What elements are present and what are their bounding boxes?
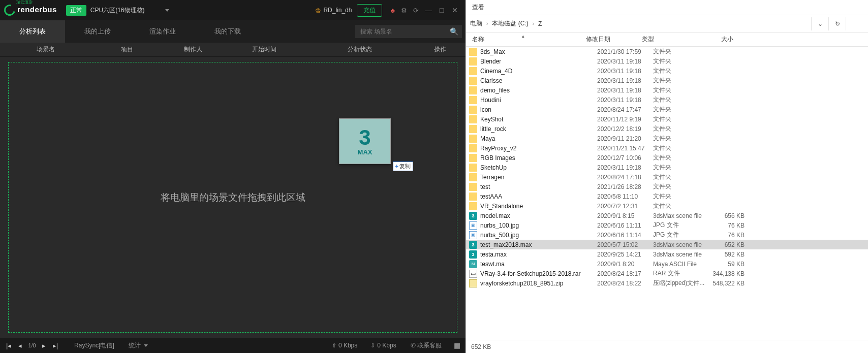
crumb-folder[interactable]: Z [538, 20, 542, 27]
prev-page-button[interactable]: ◂ [17, 342, 23, 349]
copy-badge: +复制 [393, 162, 413, 171]
col-start[interactable]: 开始时间 [224, 45, 305, 54]
file-date: 2020/3/11 19:18 [597, 58, 653, 65]
up-arrow-icon: ⇧ [332, 342, 336, 349]
file-row[interactable]: 3testa.max2020/9/25 14:213dsMax scene fi… [466, 249, 868, 259]
file-size: 59 KB [709, 261, 755, 268]
tab-analysis-list[interactable]: 分析列表 [0, 20, 65, 43]
search-icon[interactable]: 🔍 [450, 27, 458, 36]
gear-icon[interactable]: ⚙ [401, 7, 407, 14]
folder-icon [469, 57, 477, 66]
file-row[interactable]: Mteswt.ma2020/9/1 8:20Maya ASCII File59 … [466, 259, 868, 269]
file-row[interactable]: icon2020/8/24 17:47文件夹 [466, 105, 868, 114]
file-row[interactable]: testAAA2020/5/8 11:10文件夹 [466, 191, 868, 201]
support-button[interactable]: ✆ 联系客服 [411, 341, 442, 350]
tab-render-jobs[interactable]: 渲染作业 [130, 20, 195, 43]
file-row[interactable]: ▭VRay-3.4-for-Setkchup2015-2018.rar2020/… [466, 269, 868, 278]
header-name[interactable]: 名称 [466, 35, 586, 44]
file-date: 2020/3/11 19:18 [597, 97, 653, 104]
file-row[interactable]: Maya2020/9/11 21:20文件夹 [466, 134, 868, 143]
file-row[interactable]: RGB Images2020/12/7 10:06文件夹 [466, 153, 868, 163]
file-row[interactable]: demo_files2020/3/11 19:18文件夹 [466, 85, 868, 95]
dropzone[interactable]: 将电脑里的场景文件拖拽到此区域 3 MAX +复制 [8, 62, 457, 333]
col-creator[interactable]: 制作人 [163, 45, 224, 54]
file-name: VRay-3.4-for-Setkchup2015-2018.rar [480, 270, 597, 277]
header-size[interactable]: 大小 [698, 35, 743, 44]
dropdown-button[interactable]: ⌄ [811, 17, 828, 30]
folder-icon [469, 135, 477, 143]
file-name: Maya [480, 135, 597, 142]
col-scene[interactable]: 场景名 [0, 45, 91, 54]
tab-my-uploads[interactable]: 我的上传 [65, 20, 130, 43]
search-input[interactable] [355, 25, 462, 38]
file-type: 文件夹 [653, 57, 709, 66]
max-file-icon: 3 MAX [339, 118, 391, 164]
header-date[interactable]: 修改日期 [586, 35, 642, 44]
tab-my-downloads[interactable]: 我的下载 [195, 20, 260, 43]
username[interactable]: RD_lin_dh [323, 7, 352, 14]
raysync-label[interactable]: RaySync[电信] [74, 341, 114, 350]
explorer-menu: 查看 [466, 0, 868, 15]
file-row[interactable]: Terragen2020/8/24 17:18文件夹 [466, 172, 868, 182]
file-date: 2020/3/11 19:18 [597, 68, 653, 75]
view-menu[interactable]: 查看 [472, 3, 484, 12]
dragged-file[interactable]: 3 MAX +复制 [339, 118, 391, 164]
file-name: testa.max [480, 251, 597, 258]
file-explorer: 查看 电脑› 本地磁盘 (C:)› Z ⌄ ↻ 名称 ▴ 修改日期 类型 大小 … [466, 0, 868, 353]
maximize-button[interactable]: □ [437, 6, 446, 14]
recharge-button[interactable]: 充值 [357, 4, 382, 17]
first-page-button[interactable]: |◂ [5, 342, 12, 349]
file-name: model.max [480, 212, 597, 219]
file-date: 2020/9/25 14:21 [597, 251, 653, 258]
file-size: 592 KB [709, 251, 755, 258]
file-row[interactable]: SketchUp2020/3/11 19:18文件夹 [466, 163, 868, 172]
file-row[interactable]: ▣nurbs_100.jpg2020/6/16 11:11JPG 文件76 KB [466, 220, 868, 230]
file-row[interactable]: Clarisse2020/3/11 19:18文件夹 [466, 76, 868, 85]
col-project[interactable]: 项目 [91, 45, 163, 54]
crumb-pc[interactable]: 电脑 [470, 19, 482, 28]
file-row[interactable]: RayProxy_v22020/11/21 15:47文件夹 [466, 143, 868, 153]
folder-icon [469, 144, 477, 152]
file-row[interactable]: 3model.max2020/9/1 8:153dsMax scene file… [466, 211, 868, 220]
file-row[interactable]: Blender2020/3/11 19:18文件夹 [466, 56, 868, 66]
file-row[interactable]: little_rock2020/12/2 18:19文件夹 [466, 124, 868, 134]
header-type[interactable]: 类型 [642, 35, 698, 44]
grid-icon[interactable]: ▦ [454, 341, 460, 349]
next-page-button[interactable]: ▸ [41, 342, 47, 349]
file-row[interactable]: test2021/1/26 18:28文件夹 [466, 182, 868, 191]
file-name: nurbs_500.jpg [480, 232, 597, 239]
col-action[interactable]: 操作 [415, 45, 466, 54]
file-row[interactable]: vrayforsketchup2018_8951.zip2020/8/24 18… [466, 278, 868, 288]
region-selector[interactable]: CPU六区(16物理核) [90, 6, 169, 15]
file-row[interactable]: 3ds_Max2021/1/30 17:59文件夹 [466, 47, 868, 56]
minimize-button[interactable]: — [424, 6, 433, 14]
crumb-drive[interactable]: 本地磁盘 (C:) [492, 19, 528, 28]
file-row[interactable]: Cinema_4D2020/3/11 19:18文件夹 [466, 66, 868, 76]
stats-button[interactable]: 统计 [129, 341, 148, 350]
file-name: SketchUp [480, 164, 597, 171]
file-list[interactable]: 3ds_Max2021/1/30 17:59文件夹Blender2020/3/1… [466, 47, 868, 340]
sort-asc-icon: ▴ [522, 34, 524, 39]
breadcrumb[interactable]: 电脑› 本地磁盘 (C:)› Z [466, 19, 811, 28]
file-name: Blender [480, 58, 597, 65]
file-row[interactable]: 3test_max2018.max2020/5/7 15:023dsMax sc… [466, 240, 868, 249]
last-page-button[interactable]: ▸| [52, 342, 59, 349]
file-row[interactable]: Houdini2020/3/11 19:18文件夹 [466, 95, 868, 105]
folder-icon [469, 106, 477, 114]
ma-icon: M [469, 260, 477, 268]
file-row[interactable]: KeyShot2020/11/12 9:19文件夹 [466, 114, 868, 124]
file-row[interactable]: VR_Standalone2020/7/2 12:31文件夹 [466, 201, 868, 211]
close-button[interactable]: ✕ [450, 6, 459, 14]
refresh-button[interactable]: ↻ [828, 17, 846, 30]
bell-icon[interactable]: ♣ [390, 7, 395, 14]
file-size: 548,322 KB [709, 280, 755, 287]
file-headers: 名称 ▴ 修改日期 类型 大小 [466, 33, 868, 47]
file-date: 2020/12/2 18:19 [597, 125, 653, 133]
search-pane[interactable] [846, 17, 868, 30]
col-status[interactable]: 分析状态 [305, 45, 415, 54]
file-row[interactable]: ▣nurbs_500.jpg2020/6/16 11:14JPG 文件76 KB [466, 230, 868, 240]
file-date: 2020/5/8 11:10 [597, 193, 653, 200]
sync-icon[interactable]: ⟳ [413, 7, 419, 14]
file-name: RayProxy_v2 [480, 145, 597, 152]
explorer-status: 652 KB [466, 340, 868, 353]
